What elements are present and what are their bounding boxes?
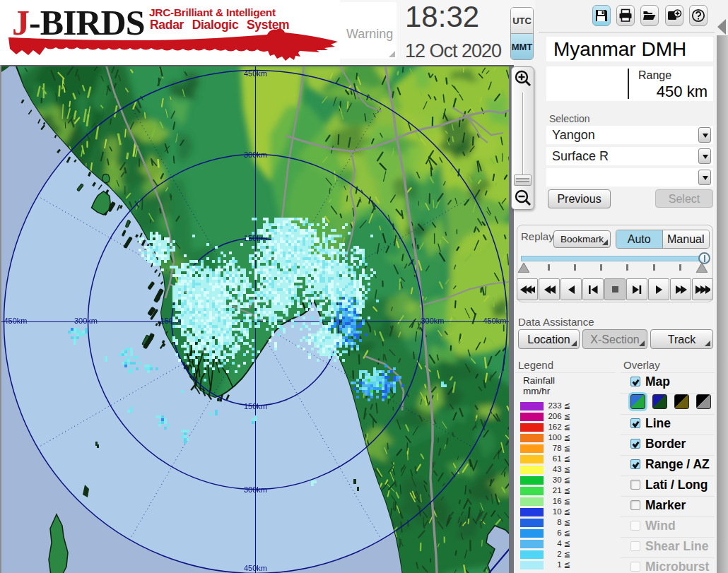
svg-text:450km: 450km [4,317,27,325]
svg-text:300km: 300km [74,317,98,325]
svg-text:300km: 300km [244,485,267,494]
svg-text:450km: 450km [244,564,267,572]
svg-text:300km: 300km [421,317,444,325]
svg-text:300km: 300km [244,150,267,159]
svg-text:450km: 450km [483,317,506,325]
svg-text:150km: 150km [244,402,267,410]
svg-text:450km: 450km [244,69,267,78]
